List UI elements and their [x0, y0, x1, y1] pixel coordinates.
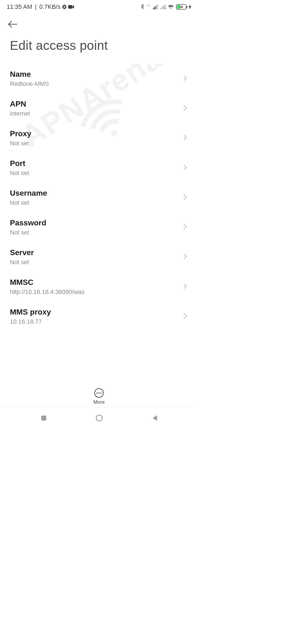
signal-icon-1 — [153, 4, 158, 9]
setting-row-mmsproxy[interactable]: MMS proxy 10.16.18.77 — [0, 302, 198, 331]
setting-row-apn[interactable]: APN internet — [0, 94, 198, 123]
setting-row-mmsc[interactable]: MMSC http://10.16.18.4:38090/was — [0, 272, 198, 302]
setting-value: http://10.16.18.4:38090/was — [10, 288, 85, 296]
settings-list[interactable]: APNArena Name Redtone-MMS APN internet P… — [0, 64, 198, 331]
chevron-right-icon — [183, 134, 187, 142]
setting-value: Not set — [10, 199, 47, 206]
setting-label: Port — [10, 159, 29, 168]
svg-point-3 — [96, 415, 102, 421]
setting-label: Proxy — [10, 129, 31, 138]
setting-label: MMSC — [10, 278, 85, 287]
setting-value: Not set — [10, 140, 31, 147]
setting-row-password[interactable]: Password Not set — [0, 212, 198, 242]
more-label: More — [93, 399, 105, 405]
setting-value: Not set — [10, 170, 29, 177]
chevron-right-icon — [183, 283, 187, 291]
toolbar — [0, 14, 198, 32]
camera-icon — [68, 5, 74, 9]
net-speed: 0.7KB/s — [39, 3, 61, 10]
setting-row-name[interactable]: Name Redtone-MMS — [0, 64, 198, 94]
setting-row-server[interactable]: Server Not set — [0, 242, 198, 272]
bluetooth-icon — [140, 4, 145, 10]
svg-rect-2 — [41, 416, 46, 421]
setting-label: Server — [10, 248, 34, 257]
wifi-icon — [168, 4, 174, 9]
back-nav-button[interactable] — [152, 415, 158, 422]
chevron-right-icon — [183, 105, 187, 112]
clock: 11:35 AM — [7, 3, 32, 10]
setting-label: Name — [10, 70, 49, 79]
home-button[interactable] — [95, 414, 103, 423]
setting-label: APN — [10, 100, 30, 108]
back-button[interactable] — [8, 19, 19, 30]
setting-value: 10.16.18.77 — [10, 318, 51, 325]
page-title: Edit access point — [0, 32, 198, 64]
setting-row-username[interactable]: Username Not set — [0, 183, 198, 212]
chevron-right-icon — [183, 313, 187, 320]
chevron-right-icon — [183, 164, 187, 172]
svg-rect-0 — [68, 5, 72, 9]
setting-label: MMS proxy — [10, 308, 51, 316]
battery-icon: 38 — [176, 4, 186, 10]
chevron-right-icon — [183, 253, 187, 261]
status-right: 4G ✕ 38 — [140, 4, 191, 10]
chevron-right-icon — [183, 223, 187, 231]
recent-apps-button[interactable] — [40, 415, 47, 422]
setting-value: Redtone-MMS — [10, 80, 49, 88]
navigation-bar — [0, 407, 198, 429]
setting-row-proxy[interactable]: Proxy Not set — [0, 123, 198, 153]
status-left: 11:35 AM | 0.7KB/s — [7, 3, 74, 10]
status-bar: 11:35 AM | 0.7KB/s 4G ✕ — [0, 0, 198, 14]
signal-badge: 4G — [147, 4, 150, 7]
more-icon — [94, 388, 104, 398]
setting-label: Password — [10, 219, 46, 227]
gear-icon — [62, 4, 67, 10]
chevron-right-icon — [183, 75, 187, 83]
setting-label: Username — [10, 189, 47, 198]
setting-value: Not set — [10, 259, 34, 266]
chevron-right-icon — [183, 194, 187, 201]
signal-icon-2: ✕ — [160, 4, 166, 9]
setting-value: Not set — [10, 229, 46, 236]
setting-row-port[interactable]: Port Not set — [0, 153, 198, 183]
setting-value: internet — [10, 110, 30, 117]
charging-icon — [189, 4, 191, 9]
more-button[interactable]: More — [0, 380, 198, 405]
